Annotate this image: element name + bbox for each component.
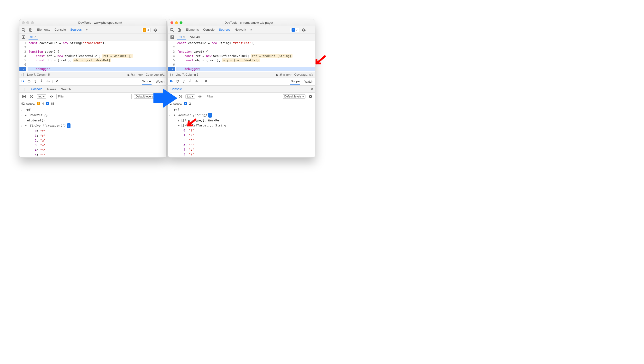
kebab-icon[interactable]: ⋮ (21, 86, 27, 92)
issues-summary[interactable]: 2 Issues: ▪2 (168, 100, 315, 107)
deactivate-breakpoints-icon[interactable] (55, 79, 59, 84)
window-title: DevTools - www.photopea.com/ (36, 21, 164, 24)
main-toolbar: Elements Console Sources » !4 ⋮ (20, 26, 166, 34)
drawer-tabs: ⋮ Console Issues Search (20, 86, 166, 93)
resume-icon[interactable] (21, 79, 25, 84)
tab-elements[interactable]: Elements (37, 26, 51, 33)
drawer-tab-issues[interactable]: Issues (47, 86, 57, 92)
drawer-tab-console[interactable]: Console (31, 86, 43, 92)
run-snippet[interactable]: ▶ ⌘+Enter (128, 73, 143, 77)
tab-network[interactable]: Network (234, 26, 247, 33)
braces-icon[interactable]: { } (21, 73, 24, 76)
svg-rect-2 (31, 29, 32, 31)
step-icon[interactable] (194, 79, 198, 84)
clear-console-icon[interactable] (29, 94, 34, 99)
drawer-tab-search[interactable]: Search (60, 86, 71, 92)
tabs-more[interactable]: » (250, 26, 253, 33)
snippets-run-icon[interactable] (21, 34, 26, 40)
window-title: DevTools - chrome://new-tab-page/ (185, 21, 313, 24)
issues-badge[interactable]: !4 (141, 28, 151, 32)
svg-point-6 (35, 82, 36, 82)
clear-console-icon[interactable] (178, 94, 183, 99)
tab-sources[interactable]: Sources (219, 26, 231, 33)
tab-watch[interactable]: Watch (155, 79, 165, 84)
svg-rect-13 (179, 29, 180, 31)
titlebar[interactable]: DevTools - www.photopea.com/ (20, 20, 166, 26)
code-editor[interactable]: 1234567 const cacheValue = new String('t… (168, 40, 315, 72)
svg-point-16 (177, 82, 178, 82)
context-selector[interactable]: top ▾ (185, 94, 195, 99)
source-tab-ref[interactable]: ref × (29, 34, 38, 40)
live-expression-icon[interactable] (197, 94, 202, 99)
tab-watch[interactable]: Watch (304, 79, 314, 84)
sources-tabbar: ref × (20, 34, 166, 40)
device-icon[interactable] (28, 27, 33, 32)
close-icon[interactable]: × (183, 35, 185, 38)
kebab-icon[interactable]: ⋮ (160, 27, 165, 32)
tab-console[interactable]: Console (54, 26, 66, 33)
traffic-close[interactable] (22, 21, 25, 24)
issues-summary[interactable]: 92 Issues: !4 ▪88 (20, 100, 166, 107)
traffic-max[interactable] (31, 21, 34, 24)
svg-point-7 (41, 80, 42, 80)
settings-icon[interactable] (152, 27, 158, 32)
close-icon[interactable]: × (35, 35, 37, 38)
step-over-icon[interactable] (27, 79, 31, 84)
panel-tabs: Elements Console Sources » (37, 26, 88, 33)
annotation-red-arrow-1 (314, 55, 326, 67)
step-out-icon[interactable] (40, 79, 43, 84)
inspect-icon[interactable] (21, 27, 26, 32)
resume-icon[interactable] (169, 79, 173, 84)
tab-scope[interactable]: Scope (290, 78, 300, 84)
code-editor[interactable]: 1234567 const cacheValue = new String('t… (20, 40, 166, 72)
debugger-toolbar: | Scope Watch (20, 78, 166, 86)
cursor-position: Line 7, Column 5 (27, 73, 50, 76)
live-expression-icon[interactable] (49, 94, 54, 99)
console-toolbar: top ▾ Default levels ▾ (20, 93, 166, 100)
devtools-window-right: DevTools - chrome://new-tab-page/ Elemen… (168, 19, 315, 158)
svg-rect-15 (170, 80, 171, 82)
tab-scope[interactable]: Scope (142, 78, 151, 84)
svg-point-8 (49, 81, 49, 82)
inspect-icon[interactable] (169, 27, 175, 32)
traffic-min[interactable] (26, 21, 29, 24)
titlebar[interactable]: DevTools - chrome://new-tab-page/ (168, 20, 315, 26)
traffic-max[interactable] (179, 21, 182, 24)
step-icon[interactable] (46, 79, 50, 84)
step-into-icon[interactable] (182, 79, 186, 84)
braces-icon[interactable]: { } (170, 73, 173, 76)
snippets-run-icon[interactable] (21, 94, 27, 99)
cursor-position: Line 7, Column 5 (176, 73, 198, 76)
filter-input[interactable] (205, 94, 280, 99)
tab-console[interactable]: Console (202, 26, 215, 33)
snippets-run-icon[interactable] (169, 34, 175, 40)
step-over-icon[interactable] (176, 79, 179, 84)
traffic-close[interactable] (170, 21, 173, 24)
console-output[interactable]: ›ref‹▼WeakRef {String} i▶[[Prototype]]: … (168, 107, 315, 157)
svg-point-18 (190, 80, 190, 80)
tab-elements[interactable]: Elements (185, 26, 199, 33)
filter-input[interactable] (56, 94, 132, 99)
settings-icon[interactable] (308, 94, 313, 99)
device-icon[interactable] (177, 27, 182, 32)
console-output[interactable]: ›ref‹▶WeakRef {}›ref.deref()‹▼String {'t… (20, 107, 166, 157)
source-tab-vm[interactable]: VM348 (189, 34, 201, 40)
svg-point-17 (184, 82, 184, 82)
step-out-icon[interactable] (188, 79, 192, 84)
tabs-more[interactable]: » (86, 26, 88, 33)
source-tab-ref[interactable]: ref× (177, 34, 186, 40)
close-drawer-icon[interactable]: × (311, 87, 313, 92)
run-snippet[interactable]: ▶ ⌘+Enter (276, 73, 292, 77)
traffic-min[interactable] (175, 21, 178, 24)
issues-badge[interactable]: ▪2 (290, 28, 299, 32)
settings-icon[interactable] (301, 27, 306, 32)
step-into-icon[interactable] (33, 79, 37, 84)
context-selector[interactable]: top ▾ (37, 94, 46, 99)
kebab-icon[interactable]: ⋮ (308, 27, 314, 32)
levels-selector[interactable]: Default levels ▾ (283, 94, 305, 99)
editor-status: { } Line 7, Column 5 ▶ ⌘+Enter Coverage:… (20, 72, 166, 78)
devtools-window-left: DevTools - www.photopea.com/ Elements Co… (19, 19, 167, 158)
deactivate-breakpoints-icon[interactable] (204, 79, 208, 84)
annotation-red-arrow-2 (186, 118, 198, 130)
tab-sources[interactable]: Sources (70, 26, 82, 33)
